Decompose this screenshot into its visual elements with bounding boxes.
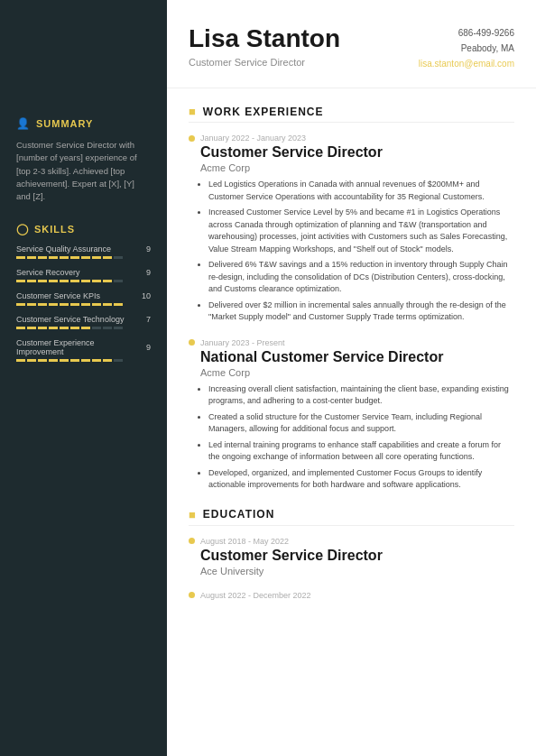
- job-bullet: Created a solid structure for the Custom…: [208, 411, 514, 436]
- summary-title: 👤 Summary: [16, 117, 151, 130]
- location: Peabody, MA: [419, 41, 514, 56]
- job-bullets: Led Logistics Operations in Canada with …: [189, 179, 514, 324]
- summary-section: 👤 Summary Customer Service Director with…: [16, 117, 151, 203]
- candidate-title: Customer Service Director: [189, 57, 340, 68]
- skill-dot: [38, 359, 47, 362]
- skill-dot: [49, 303, 58, 306]
- skill-dot: [70, 327, 79, 329]
- skill-item: Customer Experience Improvement9: [16, 338, 151, 362]
- skill-score: 9: [146, 244, 151, 254]
- skill-dot: [81, 280, 90, 282]
- skill-dot: [16, 280, 25, 282]
- edu-date: August 2018 - May 2022: [189, 537, 514, 546]
- work-experience-section: ■ Work Experience January 2022 - January…: [189, 105, 514, 492]
- skill-dot: [114, 359, 123, 362]
- skill-name: Service Recovery: [16, 268, 143, 277]
- skill-dot: [38, 256, 47, 259]
- skill-bar: [16, 303, 151, 306]
- sidebar: 👤 Summary Customer Service Director with…: [0, 0, 167, 756]
- resume-content: ■ Work Experience January 2022 - January…: [167, 88, 536, 632]
- work-experience-title: ■ Work Experience: [189, 105, 514, 123]
- skill-dot: [16, 256, 25, 259]
- jobs-list: January 2022 - January 2023Customer Serv…: [189, 134, 514, 492]
- skill-dot: [16, 303, 25, 306]
- job-bullet: Increasing overall client satisfaction, …: [208, 383, 514, 408]
- job-date: January 2023 - Present: [189, 338, 514, 347]
- skill-item: Service Recovery9: [16, 268, 151, 282]
- skill-dot: [103, 303, 112, 306]
- skill-dot: [60, 303, 69, 306]
- job-bullet: Delivered over $2 million in incremental…: [208, 300, 514, 324]
- job-bullet: Led Logistics Operations in Canada with …: [208, 179, 514, 203]
- job-entry: January 2022 - January 2023Customer Serv…: [189, 134, 514, 324]
- skill-dot: [114, 327, 123, 329]
- skills-section: ◯ Skills Service Quality Assurance9Servi…: [16, 223, 151, 362]
- job-date: January 2022 - January 2023: [189, 134, 514, 143]
- skill-score: 9: [146, 343, 151, 352]
- skill-score: 10: [142, 291, 151, 300]
- education-title: ■ Education: [189, 508, 514, 526]
- skill-item: Customer Service KPIs10: [16, 291, 151, 306]
- header: Lisa Stanton Customer Service Director 6…: [167, 0, 536, 88]
- skill-dot: [27, 280, 36, 282]
- skill-item: Customer Service Technology7: [16, 315, 151, 329]
- skill-dot: [49, 256, 58, 259]
- skill-dot: [81, 303, 90, 306]
- skill-dot: [27, 359, 36, 362]
- person-icon: 👤: [16, 117, 31, 130]
- job-bullet: Increased Customer Service Level by 5% a…: [208, 207, 514, 255]
- education-list: August 2018 - May 2022Customer Service D…: [189, 537, 514, 600]
- skill-dot: [49, 359, 58, 362]
- skill-dot: [60, 280, 69, 282]
- skill-dot: [60, 327, 69, 329]
- skill-bar: [16, 280, 151, 282]
- skill-name: Customer Service Technology: [16, 315, 143, 324]
- skill-dot: [92, 256, 101, 259]
- skill-dot: [103, 280, 112, 282]
- skill-dot: [38, 303, 47, 306]
- skill-dot: [114, 256, 123, 259]
- summary-text: Customer Service Director with [number o…: [16, 139, 151, 203]
- skill-dot: [70, 280, 79, 282]
- job-title: National Customer Service Director: [189, 349, 514, 365]
- candidate-name: Lisa Stanton: [189, 25, 340, 53]
- skill-dot: [27, 256, 36, 259]
- skill-dot: [103, 327, 112, 329]
- header-left: Lisa Stanton Customer Service Director: [189, 25, 340, 68]
- skill-dot: [114, 280, 123, 282]
- skill-dot: [81, 327, 90, 329]
- job-bullets: Increasing overall client satisfaction, …: [189, 383, 514, 492]
- edu-degree: Customer Service Director: [189, 548, 514, 564]
- job-bullet: Developed, organized, and implemented Cu…: [208, 467, 514, 492]
- skill-item: Service Quality Assurance9: [16, 244, 151, 259]
- skill-dot: [92, 359, 101, 362]
- edu-school: Ace University: [189, 566, 514, 576]
- resume-container: 👤 Summary Customer Service Director with…: [0, 0, 536, 756]
- skill-dot: [70, 359, 79, 362]
- skill-score: 7: [146, 315, 151, 324]
- skill-bar: [16, 256, 151, 259]
- skill-bar: [16, 359, 151, 362]
- skill-dot: [27, 303, 36, 306]
- job-entry: January 2023 - PresentNational Customer …: [189, 338, 514, 492]
- skill-dot: [92, 327, 101, 329]
- skills-icon: ◯: [16, 223, 29, 235]
- skill-dot: [103, 256, 112, 259]
- job-company: Acme Corp: [189, 162, 514, 173]
- edu-date: August 2022 - December 2022: [189, 591, 514, 600]
- skill-dot: [81, 256, 90, 259]
- skill-name: Customer Service KPIs: [16, 291, 138, 300]
- job-bullet: Led internal training programs to enhanc…: [208, 439, 514, 464]
- edu-entry: August 2022 - December 2022: [189, 591, 514, 600]
- skill-dot: [92, 280, 101, 282]
- edu-entry: August 2018 - May 2022Customer Service D…: [189, 537, 514, 576]
- skill-bar: [16, 327, 151, 329]
- skill-dot: [92, 303, 101, 306]
- skill-dot: [70, 256, 79, 259]
- skill-dot: [70, 303, 79, 306]
- email: lisa.stanton@email.com: [419, 56, 514, 71]
- skill-dot: [60, 359, 69, 362]
- skill-dot: [27, 327, 36, 329]
- job-bullet: Delivered 6% T&W savings and a 15% reduc…: [208, 259, 514, 296]
- job-title: Customer Service Director: [189, 144, 514, 161]
